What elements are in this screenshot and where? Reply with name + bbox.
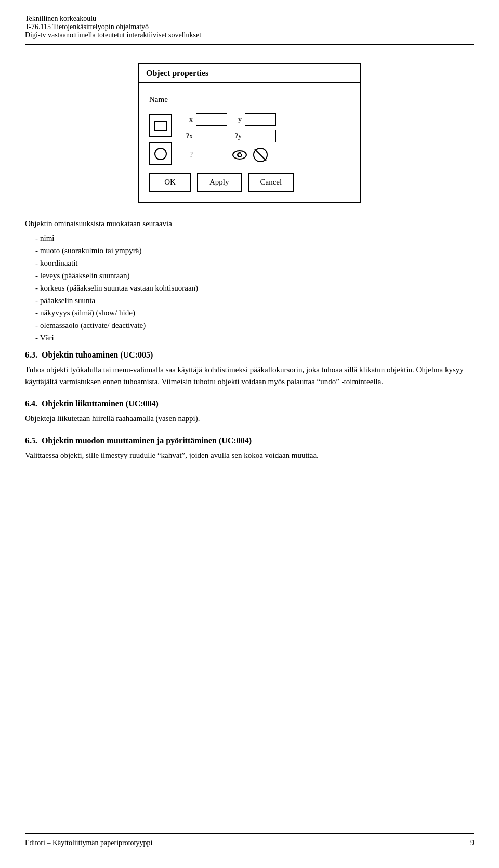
list-item: -olemassaolo (activate/ deactivate) — [35, 319, 474, 332]
dialog-content: Name — [139, 83, 360, 202]
svg-rect-0 — [154, 121, 167, 130]
name-row: Name — [149, 93, 350, 106]
header: Teknillinen korkeakoulu T-76.115 Tietoje… — [25, 15, 474, 45]
section-6-3-number: 6.3. — [25, 350, 40, 359]
svg-point-5 — [241, 153, 242, 154]
svg-line-7 — [255, 149, 266, 161]
section-6-4: 6.4. Objektin liikuttaminen (UC:004) Obj… — [25, 399, 474, 425]
section-6-3-heading: 6.3. Objektin tuhoaminen (UC:005) — [25, 350, 474, 360]
list-item: -korkeus (pääakselin suuntaa vastaan koh… — [35, 282, 474, 294]
qy-input[interactable] — [245, 130, 276, 142]
list-intro: Objektin ominaisuuksista muokataan seura… — [25, 218, 474, 230]
shape-icons-col — [149, 114, 172, 165]
list-items: -nimi -muoto (suorakulmio tai ympyrä) -k… — [35, 232, 474, 344]
section-6-4-body: Objekteja liikutetaan hiirellä raahaamal… — [25, 413, 474, 425]
dialog-title: Object properties — [139, 64, 360, 83]
xy-row: x y — [181, 113, 276, 126]
coordinates-column: x y ?x ?y ? — [181, 113, 276, 163]
qxy-row: ?x ?y — [181, 130, 276, 142]
section-6-5-body: Valittaessa objekti, sille ilmestyy ruud… — [25, 450, 474, 462]
section-6-3: 6.3. Objektin tuhoaminen (UC:005) Tuhoa … — [25, 350, 474, 388]
header-line3: Digi-tv vastaanottimella toteutetut inte… — [25, 31, 474, 40]
section-6-5: 6.5. Objektin muodon muuttaminen ja pyör… — [25, 436, 474, 462]
shape-coords-area: x y ?x ?y ? — [149, 113, 350, 165]
name-input[interactable] — [186, 93, 279, 106]
x-label: x — [181, 115, 193, 124]
object-properties-dialog: Object properties Name — [138, 63, 361, 203]
list-item: -koordinaatit — [35, 257, 474, 269]
x-input[interactable] — [196, 113, 227, 126]
ok-button[interactable]: OK — [149, 173, 191, 192]
footer: Editori – Käyttöliittymän paperiprototyy… — [25, 833, 474, 847]
footer-left: Editori – Käyttöliittymän paperiprototyy… — [25, 839, 152, 847]
qx-input[interactable] — [196, 130, 227, 142]
footer-page-number: 9 — [470, 839, 474, 847]
list-item: -muoto (suorakulmio tai ympyrä) — [35, 244, 474, 257]
name-label: Name — [149, 95, 186, 104]
qx-label: ?x — [181, 132, 193, 140]
properties-list-section: Objektin ominaisuuksista muokataan seura… — [25, 218, 474, 344]
apply-button[interactable]: Apply — [197, 173, 242, 192]
section-6-5-title: Objektin muodon muuttaminen ja pyörittäm… — [42, 436, 252, 445]
y-input[interactable] — [245, 113, 276, 126]
circle-svg — [153, 146, 168, 162]
section-6-5-heading: 6.5. Objektin muodon muuttaminen ja pyör… — [25, 436, 474, 445]
cancel-button[interactable]: Cancel — [248, 173, 295, 192]
svg-point-4 — [239, 154, 241, 156]
q-label: ? — [181, 151, 193, 159]
header-line2: T-76.115 Tietojenkäsittelyopin ohjelmaty… — [25, 23, 474, 31]
list-item: -Väri — [35, 332, 474, 344]
eye-icon[interactable] — [230, 148, 249, 162]
list-item: -näkyvyys (silmä) (show/ hide) — [35, 307, 474, 319]
qy-label: ?y — [230, 132, 242, 140]
section-6-4-title: Objektin liikuttaminen (UC:004) — [42, 399, 159, 408]
y-label: y — [230, 115, 242, 124]
rectangle-svg — [153, 118, 168, 134]
rectangle-shape-icon[interactable] — [149, 114, 172, 137]
q-input[interactable] — [196, 149, 227, 161]
section-6-4-heading: 6.4. Objektin liikuttaminen (UC:004) — [25, 399, 474, 409]
circle-shape-icon[interactable] — [149, 142, 172, 165]
svg-point-1 — [155, 148, 166, 160]
section-6-4-number: 6.4. — [25, 399, 40, 408]
header-line1: Teknillinen korkeakoulu — [25, 15, 474, 23]
buttons-row: OK Apply Cancel — [149, 173, 350, 192]
visibility-row: ? — [181, 147, 276, 163]
section-6-5-number: 6.5. — [25, 436, 40, 445]
section-6-3-body: Tuhoa objekti työkalulla tai menu-valinn… — [25, 364, 474, 388]
no-entry-icon[interactable] — [252, 147, 269, 163]
list-item: -nimi — [35, 232, 474, 244]
section-6-3-title: Objektin tuhoaminen (UC:005) — [42, 350, 153, 359]
list-item: -leveys (pääakselin suuntaan) — [35, 269, 474, 282]
list-item: -pääakselin suunta — [35, 294, 474, 307]
page: Teknillinen korkeakoulu T-76.115 Tietoje… — [0, 0, 499, 868]
